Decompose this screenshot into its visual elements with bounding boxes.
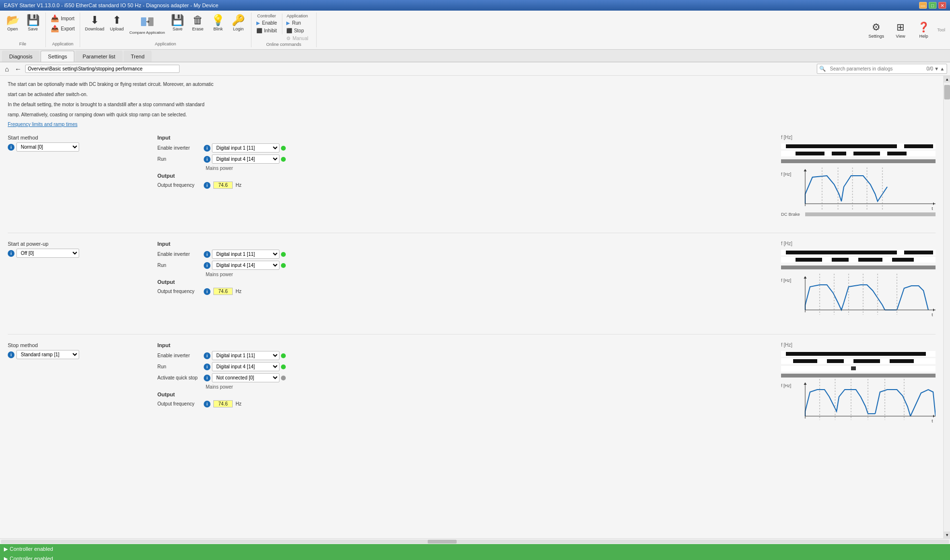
- erase-button[interactable]: 🗑 Erase: [188, 14, 208, 33]
- s2-enable-select[interactable]: Digital input 1 [11]: [212, 250, 279, 259]
- start-powerup-select[interactable]: Off [0] On [1]: [16, 249, 79, 258]
- breadcrumb-input[interactable]: [25, 65, 180, 73]
- open-button[interactable]: 📂 Open: [3, 14, 22, 33]
- svg-rect-55: [781, 366, 936, 372]
- waveform-1: f [Hz] DC Brake: [781, 135, 936, 228]
- start-powerup-section: Start at power-up i Off [0] On [1] Input…: [8, 241, 936, 329]
- svg-rect-14: [805, 212, 936, 216]
- s3-enable-info-icon[interactable]: i: [204, 352, 210, 359]
- back-button[interactable]: ←: [13, 64, 23, 74]
- tab-diagnosis[interactable]: Diagnosis: [2, 51, 40, 62]
- blink-button[interactable]: 💡 Blink: [209, 14, 228, 33]
- s1-input-label: Input: [157, 135, 771, 140]
- scroll-up-arrow[interactable]: ▲: [944, 76, 950, 83]
- frequency-link[interactable]: Frequency limits and ramp times: [8, 122, 78, 127]
- save-file-button[interactable]: 💾 Save: [23, 14, 42, 33]
- s3-enable-status: [281, 353, 286, 358]
- s2-enable-select-wrap: i Digital input 1 [11]: [204, 250, 286, 259]
- download-button[interactable]: ⬇ Download: [83, 14, 106, 33]
- svg-rect-5: [786, 144, 897, 148]
- status-arrow-1: ▶: [4, 546, 8, 552]
- upload-button[interactable]: ⬆ Upload: [107, 14, 126, 33]
- waveform-2-svg: f [Hz] t: [781, 247, 936, 329]
- s2-freq-info-icon[interactable]: i: [204, 288, 210, 295]
- start-powerup-info-icon[interactable]: i: [8, 250, 14, 257]
- svg-rect-27: [786, 251, 897, 254]
- s1-enable-select[interactable]: Digital input 1 [11]: [212, 143, 279, 153]
- stop-button[interactable]: ⬛ Stop: [284, 27, 310, 34]
- search-down-icon[interactable]: ▼: [934, 66, 939, 71]
- s2-run-select[interactable]: Digital input 4 [14]: [212, 261, 279, 270]
- login-button[interactable]: 🔑 Login: [229, 14, 248, 33]
- run-button[interactable]: ▶ Run: [284, 19, 310, 27]
- s3-run-info-icon[interactable]: i: [204, 364, 210, 370]
- stop-method-select[interactable]: Standard ramp [1] Coasting [2] Quick sto…: [16, 350, 79, 359]
- s1-enable-info-icon[interactable]: i: [204, 145, 210, 152]
- svg-rect-34: [781, 266, 936, 269]
- scroll-bar-thumb[interactable]: [944, 85, 950, 99]
- ribbon: 📂 Open 💾 Save File 📥 Import: [0, 11, 950, 50]
- inhibit-button[interactable]: ⬛ Inhibit: [254, 27, 279, 34]
- svg-text:f [Hz]: f [Hz]: [781, 172, 791, 177]
- tab-settings[interactable]: Settings: [41, 51, 74, 62]
- tab-parameter-list[interactable]: Parameter list: [75, 51, 123, 62]
- s3-output-label: Output: [157, 392, 771, 397]
- compare-icon: [140, 15, 155, 30]
- search-result: 0/0: [926, 66, 933, 71]
- close-button[interactable]: ✕: [938, 2, 946, 9]
- s3-quickstop-select[interactable]: Not connected [0]: [212, 373, 279, 382]
- svg-rect-51: [793, 359, 817, 363]
- right-tools: ⚙ Settings ⊞ View ❓ Help Tool: [861, 13, 950, 47]
- file-buttons: 📂 Open 💾 Save: [3, 14, 42, 42]
- stop-method-info-icon[interactable]: i: [8, 351, 14, 358]
- h-scroll-track[interactable]: [1, 540, 949, 544]
- s3-enable-select[interactable]: Digital input 1 [11]: [212, 351, 279, 360]
- tab-bar: Diagnosis Settings Parameter list Trend: [0, 50, 950, 62]
- s2-run-info-icon[interactable]: i: [204, 262, 210, 269]
- settings-tool-button[interactable]: ⚙ Settings: [865, 19, 888, 41]
- horizontal-scrollbar[interactable]: [0, 538, 950, 544]
- home-button[interactable]: ⌂: [3, 64, 11, 74]
- enable-button[interactable]: ▶ Enable: [254, 19, 279, 27]
- h-scroll-thumb[interactable]: [428, 540, 457, 544]
- svg-text:DC Brake: DC Brake: [781, 212, 800, 217]
- minimize-button[interactable]: —: [919, 2, 927, 9]
- view-tool-button[interactable]: ⊞ View: [890, 19, 911, 41]
- tab-trend[interactable]: Trend: [124, 51, 152, 62]
- import-button[interactable]: 📥 Import: [49, 14, 77, 23]
- start-method-select[interactable]: Normal [0] DC braking [1] Flying restart…: [16, 142, 79, 152]
- start-powerup-left: Start at power-up i Off [0] On [1]: [8, 241, 148, 329]
- s2-enable-info-icon[interactable]: i: [204, 251, 210, 258]
- right-scrollbar[interactable]: ▲ ▼: [943, 76, 950, 538]
- maximize-button[interactable]: □: [929, 2, 936, 9]
- search-up-icon[interactable]: ▲: [940, 66, 945, 71]
- s1-run-label: Run: [157, 156, 201, 162]
- s3-quickstop-info-icon[interactable]: i: [204, 375, 210, 381]
- save-device-button[interactable]: 💾 Save: [168, 14, 187, 33]
- svg-text:f [Hz]: f [Hz]: [781, 278, 791, 283]
- s3-freq-info-icon[interactable]: i: [204, 401, 210, 407]
- s1-freq-label: Output frequency: [157, 182, 201, 188]
- start-method-io: Input Enable inverter i Digital input 1 …: [157, 135, 771, 228]
- svg-marker-63: [804, 382, 807, 385]
- search-input[interactable]: [828, 65, 924, 72]
- title-bar: EASY Starter V1.13.0.0 - i550 EtherCat s…: [0, 0, 950, 11]
- s1-freq-info-icon[interactable]: i: [204, 182, 210, 189]
- start-method-info-icon[interactable]: i: [8, 144, 14, 151]
- compare-button[interactable]: Compare Application: [127, 14, 167, 37]
- bottom-status-bar-1: ▶ Controller enabled: [0, 544, 950, 554]
- s1-run-select[interactable]: Digital input 4 [14]: [212, 154, 279, 164]
- start-method-select-row: i Normal [0] DC braking [1] Flying resta…: [8, 142, 148, 152]
- s3-mains-label: Mains power: [206, 384, 771, 390]
- s1-enable-select-wrap: i Digital input 1 [11]: [204, 143, 286, 153]
- s1-run-info-icon[interactable]: i: [204, 156, 210, 163]
- s3-run-select[interactable]: Digital input 4 [14]: [212, 362, 279, 371]
- scroll-down-arrow[interactable]: ▼: [944, 532, 950, 538]
- home-icon: ⌂: [5, 65, 9, 73]
- help-tool-button[interactable]: ❓ Help: [913, 19, 934, 41]
- description-line2: start can be activated after switch-on.: [8, 91, 936, 98]
- s1-run-status: [281, 157, 286, 162]
- manual-button[interactable]: ⚙ Manual: [284, 35, 310, 42]
- ribbon-group-device: ⬇ Download ⬆ Upload: [80, 13, 251, 47]
- export-button[interactable]: 📤 Export: [49, 24, 77, 33]
